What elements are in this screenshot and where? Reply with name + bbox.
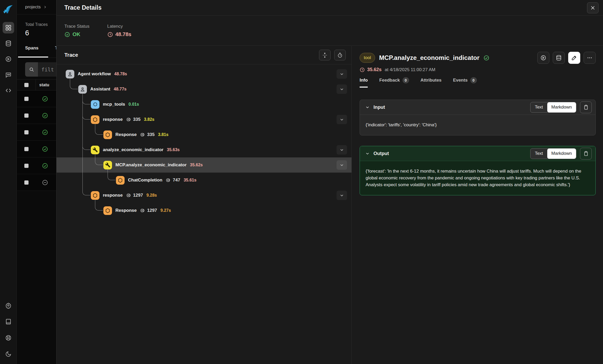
table-row[interactable] — [17, 174, 56, 191]
collapse-span-button[interactable] — [337, 145, 347, 155]
annotate-button[interactable] — [568, 52, 580, 64]
clipboard-icon — [583, 151, 589, 156]
row-checkbox[interactable] — [24, 180, 29, 185]
table-row[interactable] — [17, 124, 56, 141]
copy-input-button[interactable] — [580, 101, 592, 113]
span-row-response[interactable]: Response12979.27s — [57, 203, 351, 218]
trace-details-panel: Trace Details Trace Status OK Latency 48… — [56, 0, 603, 364]
nav-item-playground[interactable] — [3, 53, 14, 65]
output-text-toggle[interactable]: Text — [531, 149, 547, 159]
help-button[interactable] — [3, 332, 14, 344]
table-row[interactable] — [17, 107, 56, 124]
tab-events[interactable]: Events0 — [453, 78, 477, 88]
span-row-mcp-analyze-economic-indicator[interactable]: MCP.analyze_economic_indicator35.62s — [57, 157, 351, 173]
span-row-mcp-tools[interactable]: mcp_tools0.01s — [57, 97, 351, 112]
span-row-agent-workflow[interactable]: Agent workflow48.78s — [57, 66, 351, 82]
replay-span-button[interactable] — [537, 52, 549, 64]
tool-span-icon — [103, 161, 112, 169]
token-count: 1297 — [126, 193, 143, 198]
span-row-analyze-economic-indicator[interactable]: analyze_economic_indicator35.63s — [57, 142, 351, 157]
ellipsis-icon — [587, 55, 593, 61]
collapse-span-button[interactable] — [337, 191, 347, 200]
collapse-span-button[interactable] — [337, 69, 347, 79]
agent-span-icon — [78, 85, 87, 94]
trace-status-stat: Trace Status OK — [64, 24, 90, 37]
collapse-span-button[interactable] — [337, 84, 347, 94]
output-content: {'forecast': 'In the next 6-12 months, i… — [360, 161, 595, 195]
row-checkbox[interactable] — [24, 113, 29, 118]
settings-button[interactable] — [3, 300, 14, 311]
database-icon — [556, 55, 562, 61]
timing-button[interactable] — [334, 50, 346, 60]
span-row-assistant[interactable]: Assistant48.77s — [57, 82, 351, 97]
token-count-icon — [166, 178, 171, 183]
add-to-dataset-button[interactable] — [553, 52, 565, 64]
span-latency: 35.62s — [190, 163, 203, 167]
span-latency: 9.28s — [146, 193, 157, 198]
dashboard-grid-icon — [5, 24, 12, 31]
gear-icon — [5, 302, 12, 309]
breadcrumb[interactable]: projects — [25, 4, 41, 10]
span-row-response[interactable]: response12979.28s — [57, 188, 351, 203]
tab-info[interactable]: Info — [360, 78, 368, 88]
input-text-toggle[interactable]: Text — [531, 102, 547, 112]
chevron-down-icon — [339, 117, 344, 122]
docs-button[interactable] — [3, 316, 14, 327]
table-row[interactable] — [17, 90, 56, 107]
nav-item-prompts[interactable] — [3, 69, 14, 81]
collapse-input-button[interactable] — [365, 105, 370, 110]
input-section: Input Text Markdown {'indicator': 'tarif… — [360, 100, 596, 135]
span-detail-panel: tool MCP.analyze_economic_indicator — [352, 46, 603, 364]
span-latency: 35.62s — [367, 67, 382, 72]
dark-mode-toggle[interactable] — [3, 348, 14, 360]
life-buoy-icon — [5, 334, 12, 341]
token-count-icon — [140, 132, 145, 137]
table-row[interactable] — [17, 141, 56, 157]
copy-output-button[interactable] — [580, 148, 592, 160]
output-markdown-toggle[interactable]: Markdown — [547, 149, 576, 159]
token-count: 1297 — [140, 208, 157, 213]
span-name: Assistant — [90, 87, 110, 92]
clipboard-icon — [583, 104, 589, 110]
span-name: response — [103, 193, 123, 198]
output-section: Output Text Markdown {'forecast': 'In th… — [360, 146, 596, 195]
collapse-span-button[interactable] — [337, 160, 347, 170]
chevron-down-icon — [339, 87, 344, 92]
nav-item-apis[interactable] — [3, 85, 14, 96]
filter-placeholder: filt — [38, 62, 54, 77]
spans-table-header: statu — [17, 79, 56, 90]
code-icon — [5, 87, 12, 94]
span-row-chatcompletion[interactable]: ChatCompletion74735.61s — [57, 173, 351, 188]
status-column-header: statu — [36, 83, 49, 87]
collapse-output-button[interactable] — [365, 151, 370, 156]
span-status-check-icon — [483, 55, 489, 61]
play-circle-icon — [5, 56, 12, 62]
row-checkbox[interactable] — [24, 147, 29, 151]
tab-attributes[interactable]: Attributes — [421, 78, 442, 88]
chain-span-icon — [91, 100, 99, 109]
search-icon[interactable] — [25, 62, 38, 77]
table-row[interactable] — [17, 157, 56, 174]
nav-item-dashboard[interactable] — [3, 22, 14, 33]
span-row-response[interactable]: Response3353.81s — [57, 127, 351, 142]
span-row-response[interactable]: response3353.82s — [57, 112, 351, 127]
span-timestamp: at 4/18/2025 11:00:27 AM — [385, 67, 435, 72]
total-traces-stat: Total Traces 6 — [17, 14, 56, 37]
row-checkbox[interactable] — [24, 164, 29, 168]
more-actions-button[interactable] — [584, 52, 596, 64]
tab-spans[interactable]: Spans — [25, 46, 38, 51]
collapse-span-button[interactable] — [337, 115, 347, 124]
row-checkbox[interactable] — [24, 130, 29, 134]
phoenix-logo-icon[interactable] — [3, 4, 14, 15]
nav-item-datasets[interactable] — [3, 38, 14, 49]
span-latency: 9.27s — [160, 208, 171, 213]
expand-all-button[interactable] — [319, 50, 331, 60]
input-markdown-toggle[interactable]: Markdown — [547, 102, 576, 112]
clock-icon — [107, 32, 113, 37]
filter-input[interactable]: filt — [25, 62, 56, 77]
span-name: Response — [115, 208, 137, 213]
select-all-checkbox[interactable] — [24, 83, 29, 87]
close-button[interactable] — [587, 2, 599, 13]
tab-feedback[interactable]: Feedback0 — [379, 78, 409, 88]
row-checkbox[interactable] — [24, 97, 29, 101]
